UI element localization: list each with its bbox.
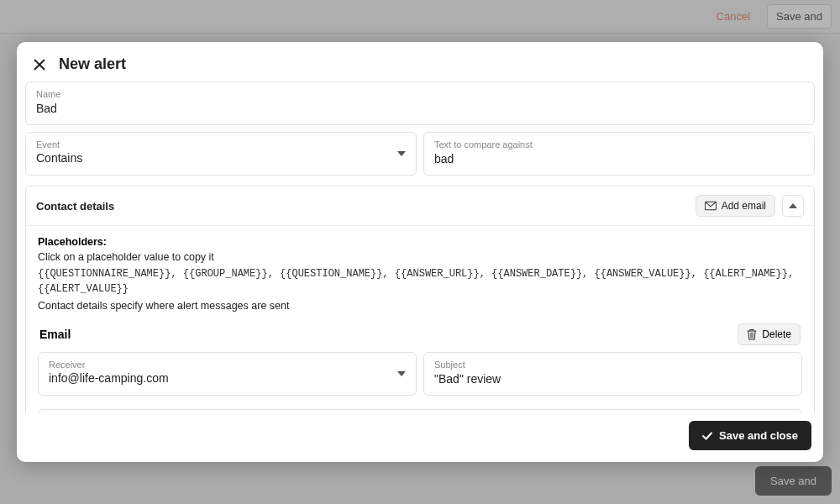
event-value[interactable]: Contains xyxy=(36,151,406,165)
delete-label: Delete xyxy=(762,328,791,340)
save-and-close-label: Save and close xyxy=(719,429,798,442)
modal-footer: Save and close xyxy=(17,412,823,462)
compare-label: Text to compare against xyxy=(434,139,804,150)
delete-email-button[interactable]: Delete xyxy=(738,323,801,345)
contact-details-title: Contact details xyxy=(36,200,114,213)
receiver-field[interactable]: Receiver info@life-camping.com xyxy=(38,352,417,396)
trash-icon xyxy=(747,328,757,340)
contact-details-section: Contact details Add email Placeholders: … xyxy=(25,186,815,412)
add-email-button[interactable]: Add email xyxy=(696,195,775,217)
email-block-header: Email Delete xyxy=(38,323,802,345)
collapse-button[interactable] xyxy=(782,195,804,217)
subject-label: Subject xyxy=(434,360,791,370)
name-input[interactable] xyxy=(36,102,804,115)
chevron-down-icon xyxy=(397,151,406,156)
add-email-label: Add email xyxy=(722,200,766,212)
placeholders-hint: Click on a placeholder value to copy it xyxy=(38,251,802,263)
chevron-up-icon xyxy=(789,203,797,208)
name-label: Name xyxy=(36,89,804,99)
subject-field[interactable]: Subject xyxy=(423,352,802,396)
modal-body: Name Event Contains Text to compare agai… xyxy=(17,81,823,412)
compare-input[interactable] xyxy=(434,152,804,165)
check-icon xyxy=(702,432,712,440)
save-and-close-button[interactable]: Save and close xyxy=(689,421,811,450)
modal-title: New alert xyxy=(59,55,126,73)
subject-input[interactable] xyxy=(434,372,791,386)
placeholders-description: Contact details specify where alert mess… xyxy=(38,300,802,312)
new-alert-modal: New alert Name Event Contains Text to co… xyxy=(17,42,823,462)
placeholders-title: Placeholders: xyxy=(38,236,802,248)
placeholders-list[interactable]: {{QUESTIONNAIRE_NAME}}, {{GROUP_NAME}}, … xyxy=(38,266,802,297)
svg-marker-4 xyxy=(789,203,797,208)
name-field[interactable]: Name xyxy=(25,81,815,125)
svg-marker-2 xyxy=(397,151,406,156)
compare-field[interactable]: Text to compare against xyxy=(423,132,815,176)
email-title: Email xyxy=(39,328,71,341)
receiver-label: Receiver xyxy=(49,360,406,370)
receiver-value[interactable]: info@life-camping.com xyxy=(49,371,406,385)
modal-header: New alert xyxy=(17,42,823,81)
close-icon[interactable] xyxy=(32,57,47,72)
event-field[interactable]: Event Contains xyxy=(25,132,417,176)
contact-details-body: Placeholders: Click on a placeholder val… xyxy=(26,226,814,412)
event-label: Event xyxy=(36,139,406,150)
contact-details-header: Contact details Add email xyxy=(26,186,814,226)
envelope-icon xyxy=(705,201,717,211)
chevron-down-icon xyxy=(397,371,406,376)
svg-marker-5 xyxy=(397,371,406,376)
